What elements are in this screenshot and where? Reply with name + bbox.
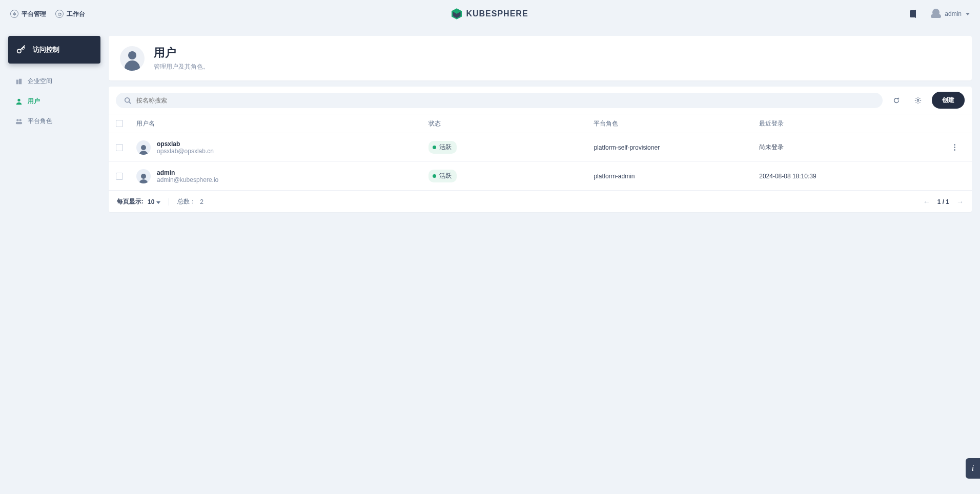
svg-rect-4 bbox=[16, 79, 18, 84]
table-row[interactable]: opsxlab opsxlab@opsxlab.cn 活跃 platform-s… bbox=[109, 133, 972, 162]
create-button[interactable]: 创建 bbox=[932, 92, 965, 109]
platform-management-label: 平台管理 bbox=[22, 10, 46, 18]
table-footer: 每页显示: 10 总数： 2 ← 1 / 1 → bbox=[109, 191, 972, 212]
chevron-down-icon bbox=[156, 201, 160, 204]
svg-point-3 bbox=[17, 49, 21, 53]
total-value: 2 bbox=[200, 198, 203, 205]
sidebar-header[interactable]: 访问控制 bbox=[8, 36, 100, 64]
search-icon bbox=[124, 97, 131, 104]
last-login-cell: 尚未登录 bbox=[759, 143, 944, 152]
svg-point-7 bbox=[16, 119, 18, 121]
help-fab[interactable]: i bbox=[966, 458, 980, 479]
table-row[interactable]: admin admin@kubesphere.io 活跃 platform-ad… bbox=[109, 162, 972, 191]
brand: KUBESPHERE bbox=[452, 8, 528, 19]
svg-marker-0 bbox=[452, 8, 462, 19]
user-email: opsxlab@opsxlab.cn bbox=[157, 148, 214, 155]
sidebar-header-label: 访问控制 bbox=[33, 45, 59, 54]
svg-rect-9 bbox=[16, 121, 22, 123]
col-last-login: 最近登录 bbox=[759, 119, 944, 128]
status-dot-icon bbox=[433, 174, 436, 178]
sidebar-item-users[interactable]: 用户 bbox=[10, 93, 100, 110]
user-name: admin bbox=[157, 169, 218, 176]
chevron-down-icon bbox=[966, 13, 970, 15]
svg-point-10 bbox=[125, 97, 130, 102]
page-subtitle: 管理用户及其角色。 bbox=[154, 63, 209, 71]
svg-rect-5 bbox=[19, 78, 22, 84]
sidebar-item-label: 用户 bbox=[28, 97, 40, 106]
search-input[interactable] bbox=[136, 97, 874, 104]
page-avatar-icon bbox=[120, 46, 145, 71]
brand-logo-icon bbox=[452, 8, 462, 19]
main: 用户 管理用户及其角色。 创建 bbox=[109, 36, 972, 212]
workbench-label: 工作台 bbox=[67, 10, 85, 18]
sidebar-nav: 企业空间 用户 平台角色 bbox=[8, 73, 100, 130]
sidebar-item-roles[interactable]: 平台角色 bbox=[10, 113, 100, 130]
svg-marker-1 bbox=[453, 10, 461, 18]
svg-point-8 bbox=[19, 119, 21, 121]
row-checkbox[interactable] bbox=[116, 144, 123, 151]
search-wrapper bbox=[116, 93, 883, 108]
page-title: 用户 bbox=[154, 45, 209, 60]
col-status: 状态 bbox=[428, 119, 594, 128]
next-page-button[interactable]: → bbox=[956, 198, 964, 206]
workbench-link[interactable]: ◔ 工作台 bbox=[55, 10, 85, 18]
topbar-right: admin bbox=[910, 10, 970, 18]
user-icon bbox=[15, 98, 23, 105]
gauge-icon: ◔ bbox=[55, 10, 64, 18]
settings-button[interactable] bbox=[910, 93, 926, 108]
role-cell: platform-self-provisioner bbox=[594, 144, 759, 151]
user-name: opsxlab bbox=[157, 140, 214, 148]
current-username: admin bbox=[945, 10, 962, 17]
divider bbox=[169, 198, 169, 205]
users-panel: 创建 用户名 状态 平台角色 最近登录 opsxlab opsxlab@opsx… bbox=[109, 87, 972, 212]
topbar-center: KUBESPHERE bbox=[0, 0, 980, 28]
per-page-value[interactable]: 10 bbox=[148, 198, 160, 205]
docs-icon[interactable] bbox=[910, 10, 918, 17]
col-role: 平台角色 bbox=[594, 119, 759, 128]
row-checkbox[interactable] bbox=[116, 173, 123, 180]
role-cell: platform-admin bbox=[594, 173, 759, 180]
platform-management-link[interactable]: ✲ 平台管理 bbox=[10, 10, 46, 18]
select-all-checkbox[interactable] bbox=[116, 120, 123, 127]
row-actions-button[interactable] bbox=[944, 144, 965, 151]
page-indicator: 1 / 1 bbox=[937, 198, 949, 205]
user-menu[interactable]: admin bbox=[931, 10, 970, 18]
status-text: 活跃 bbox=[439, 172, 452, 180]
key-icon bbox=[15, 44, 27, 55]
user-cell: opsxlab opsxlab@opsxlab.cn bbox=[136, 140, 428, 155]
avatar-icon bbox=[932, 9, 940, 16]
user-email: admin@kubesphere.io bbox=[157, 176, 218, 183]
footer-right: ← 1 / 1 → bbox=[923, 198, 964, 206]
user-avatar-icon bbox=[136, 140, 151, 155]
page-title-block: 用户 管理用户及其角色。 bbox=[154, 45, 209, 71]
refresh-button[interactable] bbox=[889, 93, 904, 108]
prev-page-button[interactable]: ← bbox=[923, 198, 930, 206]
table-header: 用户名 状态 平台角色 最近登录 bbox=[109, 114, 972, 133]
svg-marker-2 bbox=[453, 10, 461, 14]
col-username: 用户名 bbox=[136, 119, 428, 128]
roles-icon bbox=[15, 118, 23, 125]
gear-icon: ✲ bbox=[10, 10, 18, 18]
svg-point-12 bbox=[917, 99, 919, 101]
sidebar-item-label: 平台角色 bbox=[28, 117, 52, 126]
page-header: 用户 管理用户及其角色。 bbox=[109, 36, 972, 80]
status-cell: 活跃 bbox=[428, 170, 594, 182]
user-avatar-icon bbox=[136, 169, 151, 183]
footer-left: 每页显示: 10 总数： 2 bbox=[117, 197, 203, 206]
status-cell: 活跃 bbox=[428, 141, 594, 154]
status-text: 活跃 bbox=[439, 143, 452, 152]
sidebar-item-workspaces[interactable]: 企业空间 bbox=[10, 73, 100, 90]
status-dot-icon bbox=[433, 146, 436, 149]
topbar: ✲ 平台管理 ◔ 工作台 KUBESPHERE admin bbox=[0, 0, 980, 28]
topbar-left: ✲ 平台管理 ◔ 工作台 bbox=[10, 10, 85, 18]
sidebar: 访问控制 企业空间 用户 平台角色 bbox=[8, 36, 100, 130]
layout: 访问控制 企业空间 用户 平台角色 bbox=[0, 28, 980, 212]
svg-point-6 bbox=[17, 98, 20, 101]
user-cell: admin admin@kubesphere.io bbox=[136, 169, 428, 183]
toolbar: 创建 bbox=[109, 87, 972, 114]
svg-line-11 bbox=[129, 101, 131, 104]
last-login-cell: 2024-08-08 18:10:39 bbox=[759, 173, 944, 180]
total-label: 总数： bbox=[177, 197, 196, 206]
brand-text: KUBESPHERE bbox=[466, 9, 528, 18]
building-icon bbox=[15, 78, 23, 85]
